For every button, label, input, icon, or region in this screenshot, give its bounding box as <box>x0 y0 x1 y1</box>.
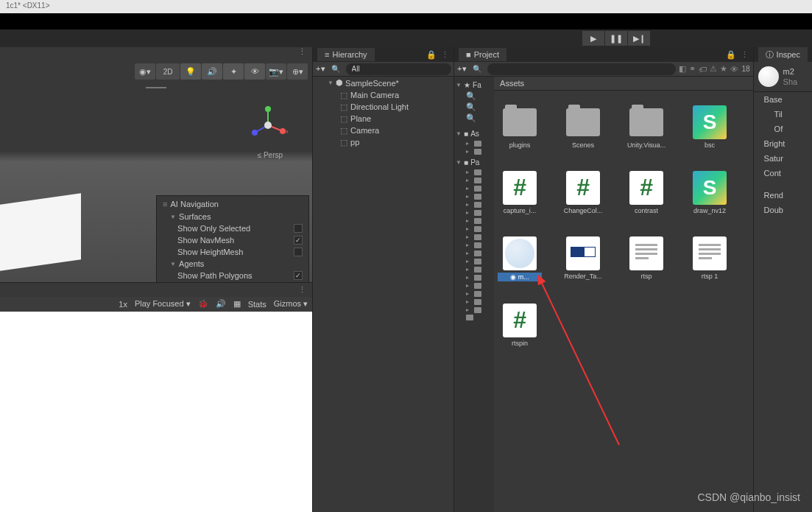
agents-section[interactable]: ▼Agents <box>157 258 308 270</box>
packages-folder[interactable]: ▼■Pa <box>454 157 494 168</box>
handle-bar[interactable] <box>146 87 166 88</box>
camera-icon[interactable]: 📷▾ <box>266 63 286 80</box>
show-path-polygons[interactable]: Show Path Polygons <box>157 270 308 281</box>
surfaces-section[interactable]: ▼Surfaces <box>157 211 308 222</box>
project-search[interactable] <box>487 63 677 75</box>
game-menu-icon[interactable]: ⋮ <box>295 285 309 295</box>
light-toggle[interactable]: 💡 <box>180 63 201 80</box>
asset-draw_nv12[interactable]: Sdraw_nv12 <box>691 171 728 214</box>
folder-item[interactable]: ▸ <box>454 168 494 176</box>
menu-icon[interactable]: ⋮ <box>741 50 749 60</box>
hierarchy-tab[interactable]: ≡Hierarchy <box>317 48 375 61</box>
folder-item[interactable]: ▸ <box>454 217 494 225</box>
render-prop[interactable]: Rend <box>754 188 812 203</box>
double-prop[interactable]: Doub <box>754 203 812 217</box>
search-mode-icon[interactable]: ◧ <box>679 64 686 74</box>
hierarchy-mode-icon[interactable]: ⚭ <box>689 64 696 74</box>
material-preview[interactable] <box>758 66 779 87</box>
add-button[interactable]: +▾ <box>316 64 325 74</box>
play-focused-dropdown[interactable]: Play Focused ▾ <box>135 299 191 309</box>
saturation-prop[interactable]: Satur <box>754 151 812 166</box>
stats-button[interactable]: Stats <box>248 300 266 309</box>
folder-item[interactable]: ▸ <box>454 200 494 208</box>
hidden-icon[interactable]: 👁 <box>730 65 738 74</box>
gizmo-dropdown[interactable]: ⊕▾ <box>287 63 308 80</box>
asset-Scenes[interactable]: Scenes <box>565 105 601 149</box>
folder-item[interactable]: ▸ <box>454 249 494 257</box>
search-item[interactable]: 🔍 <box>454 91 494 102</box>
folder-item[interactable]: ▸ <box>454 241 494 249</box>
show-navmesh[interactable]: Show NavMesh <box>157 234 308 246</box>
show-heightmesh[interactable]: Show HeightMesh <box>157 246 308 258</box>
folder-item[interactable]: ▸ <box>454 306 494 314</box>
play-button[interactable]: ▶ <box>582 31 604 46</box>
asset-plugins[interactable]: plugins <box>501 105 538 149</box>
base-prop[interactable]: Base <box>754 92 812 107</box>
grid-icon[interactable]: ▦ <box>233 299 241 309</box>
warning-icon[interactable]: ⚠ <box>710 64 717 74</box>
asset-Render_Ta-[interactable]: Render_Ta... <box>565 236 601 281</box>
brightness-prop[interactable]: Bright <box>754 136 812 151</box>
scene-item[interactable]: ▼⬢SampleScene* <box>313 77 453 89</box>
gizmos-dropdown[interactable]: Gizmos ▾ <box>274 299 308 309</box>
folder-item[interactable]: ▸ <box>454 176 494 184</box>
asset-ChangeCol-[interactable]: #ChangeCol... <box>565 171 601 214</box>
bug-icon[interactable]: 🐞 <box>198 299 208 309</box>
plane-object[interactable] <box>0 193 81 270</box>
lock-icon[interactable]: 🔒 <box>426 50 437 60</box>
show-path-query-nodes[interactable]: Show Path Query Nodes <box>157 281 308 282</box>
asset-rtspin[interactable]: #rtspin <box>501 304 538 347</box>
fx-toggle[interactable]: ✦ <box>223 63 244 80</box>
hierarchy-search[interactable] <box>346 63 451 75</box>
assets-breadcrumb[interactable]: Assets <box>494 77 753 91</box>
folder-item[interactable]: ▸ <box>454 290 494 298</box>
search-item[interactable]: 🔍 <box>454 102 494 113</box>
project-tree[interactable]: ▼★Fa 🔍 🔍 🔍 ▼■As ▸ ▸ ▼■Pa ▸ ▸ ▸ ▸ ▸ ▸ ▸ ▸… <box>454 77 494 512</box>
folder-item[interactable]: ▸ <box>454 225 494 233</box>
folder-item[interactable]: ▸ <box>454 265 494 273</box>
offset-prop[interactable]: Of <box>754 122 812 136</box>
scene-viewport[interactable]: x ≤ Persp ≡AI Navigation ▼Surfaces Show … <box>0 81 312 282</box>
pp-item[interactable]: ⬚pp <box>313 136 453 148</box>
search-item[interactable]: 🔍 <box>454 113 494 124</box>
orientation-gizmo[interactable]: x <box>246 103 290 147</box>
camera-dropdown[interactable]: ◉▾ <box>135 63 155 80</box>
folder-item[interactable]: ▸ <box>454 298 494 306</box>
directional-light-item[interactable]: ⬚Directional Light <box>313 101 453 113</box>
assets-folder[interactable]: ▼■As <box>454 128 494 139</box>
menu-icon[interactable]: ⋮ <box>441 50 449 60</box>
2d-toggle[interactable]: 2D <box>156 63 180 80</box>
plane-item[interactable]: ⬚Plane <box>313 113 453 125</box>
folder-item[interactable]: ▸ <box>454 184 494 192</box>
folder-item[interactable]: ▸ <box>454 233 494 241</box>
folder-item[interactable]: ▸ <box>454 147 494 155</box>
inspector-tab[interactable]: ⓘInspec <box>758 47 808 63</box>
audio-toggle[interactable]: 🔊 <box>202 63 222 80</box>
lock-icon[interactable]: 🔒 <box>726 50 736 60</box>
asset-rtsp[interactable]: rtsp <box>628 236 665 281</box>
favorite-icon[interactable]: ★ <box>720 64 727 74</box>
game-view[interactable] <box>0 312 312 513</box>
tiling-prop[interactable]: Til <box>754 107 812 122</box>
folder-item[interactable]: ▸ <box>454 281 494 290</box>
folder-item[interactable]: ▸ <box>454 273 494 281</box>
folder-item[interactable]: ▸ <box>454 257 494 265</box>
project-tab[interactable]: ■Project <box>459 48 506 61</box>
label-icon[interactable]: 🏷 <box>699 65 707 74</box>
hidden-toggle[interactable]: 👁 <box>244 63 265 80</box>
favorites-folder[interactable]: ▼★Fa <box>454 80 494 91</box>
pause-button[interactable]: ❚❚ <box>605 31 627 46</box>
contrast-prop[interactable]: Cont <box>754 166 812 180</box>
add-button[interactable]: +▾ <box>457 64 466 74</box>
main-camera-item[interactable]: ⬚Main Camera <box>313 89 453 101</box>
asset-capture_i-[interactable]: #capture_i... <box>501 171 538 214</box>
asset-Unity-Visua-[interactable]: Unity.Visua... <box>628 105 665 149</box>
folder-item[interactable]: ▸ <box>454 208 494 217</box>
show-only-selected[interactable]: Show Only Selected <box>157 222 308 234</box>
camera-item[interactable]: ⬚Camera <box>313 125 453 136</box>
asset-contrast[interactable]: #contrast <box>628 171 665 214</box>
asset-rtsp-1[interactable]: rtsp 1 <box>691 236 728 281</box>
step-button[interactable]: ▶❙ <box>628 31 650 46</box>
asset-m-[interactable]: ◉ m... <box>501 236 538 281</box>
audio-icon[interactable]: 🔊 <box>216 299 226 309</box>
